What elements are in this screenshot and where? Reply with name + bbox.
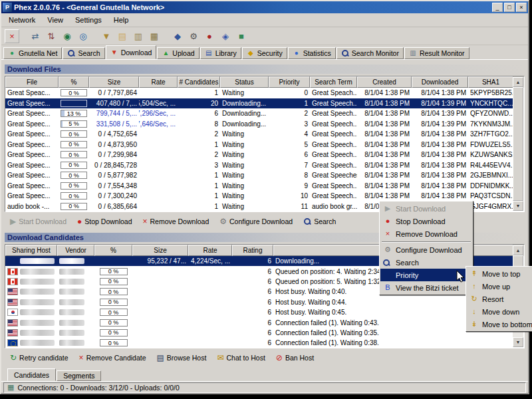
tab-candidates[interactable]: Candidates <box>7 368 56 381</box>
tab-result-monitor[interactable]: ▥ Result Monitor <box>404 47 469 59</box>
close-button[interactable]: × <box>516 3 527 12</box>
disconnect-network-icon[interactable]: × <box>5 29 19 43</box>
column-header[interactable]: Rating <box>232 245 273 256</box>
download-row[interactable]: Great Speac... 0 % 0 / 7,797,864 1 Waiti… <box>5 88 513 98</box>
menu-item[interactable]: Settings <box>69 14 108 26</box>
minimize-button[interactable]: _ <box>492 3 503 12</box>
browse-host-button[interactable]: ▤ Browse Host <box>157 354 207 362</box>
stop-download-button[interactable]: ● Stop Download <box>77 217 132 225</box>
connect-host-icon[interactable]: ⇄ <box>28 29 43 43</box>
column-header[interactable]: Rate <box>188 245 232 256</box>
download-row[interactable]: Great Speec... 0 % 0 / 4,873,950 1 Waiti… <box>5 140 513 150</box>
menu-configure-download[interactable]: ⚙ Configure Download <box>380 243 472 256</box>
column-header[interactable]: Size <box>89 76 139 88</box>
column-header[interactable]: Status <box>220 76 269 88</box>
column-header[interactable]: % <box>94 245 132 256</box>
tab-download[interactable]: ▼ Download <box>106 45 157 59</box>
file-cell: audio book -... <box>5 201 59 212</box>
tab-search[interactable]: Search <box>63 47 104 59</box>
file-cell: Great Speec... <box>5 150 59 160</box>
scroll-down-icon[interactable]: ▼ <box>513 337 523 347</box>
download-row[interactable]: Great Speec... 0 % 0 / 7,300,240 1 Waiti… <box>5 191 513 201</box>
statistics-icon[interactable]: ◆ <box>170 29 185 43</box>
configure-download-button[interactable]: ⚙ Configure Download <box>219 217 293 225</box>
tab-gnutella-net[interactable]: ● Gnutella Net <box>3 47 62 59</box>
scroll-up-icon[interactable]: ▲ <box>513 77 523 87</box>
download-row[interactable]: Great Speec... 407,480 / 7,... 5,504/Sec… <box>5 98 513 109</box>
column-header[interactable]: Downloaded <box>412 76 468 88</box>
column-header[interactable]: Vendor <box>57 245 94 256</box>
candidate-row[interactable]: 0 % 6 Host busy. Waiting 0:45. <box>5 307 513 317</box>
open-file-icon[interactable]: ▤ <box>115 29 130 43</box>
tab-statistics[interactable]: ● Statistics <box>288 47 336 59</box>
menu-move-down[interactable]: ↓ Move down <box>467 305 532 318</box>
menu-resort[interactable]: ↻ Resort <box>467 293 532 305</box>
remove-download-button[interactable]: × Remove Download <box>143 217 209 225</box>
column-header[interactable]: Sharing Host <box>5 245 57 256</box>
search-button[interactable]: Search <box>303 217 336 225</box>
column-header[interactable]: Size <box>132 245 188 256</box>
menu-move-to-bottom[interactable]: ↡ Move to bottom <box>467 318 532 331</box>
stop-icon[interactable]: ● <box>202 29 217 43</box>
column-header[interactable]: Created <box>357 76 412 88</box>
remove-candidate-button[interactable]: × Remove Candidate <box>79 354 146 362</box>
tab-library[interactable]: ▤ Library <box>200 47 241 59</box>
column-header[interactable]: % <box>59 76 89 88</box>
maximize-button[interactable]: □ <box>504 3 515 12</box>
candidate-row[interactable]: 0 % 6 Connection failed (1). Waiting 0:3… <box>5 328 513 338</box>
tab-upload[interactable]: ▲ Upload <box>157 47 199 59</box>
column-header[interactable]: SHA1 <box>468 76 513 88</box>
menu-item-icon <box>382 259 393 267</box>
ban-host-button[interactable]: ⊘ Ban Host <box>276 354 314 362</box>
menu-move-up[interactable]: ↑ Move up <box>467 280 532 293</box>
menu-start-download[interactable]: ▶ Start Download <box>380 202 472 215</box>
column-header[interactable]: Priority <box>269 76 310 88</box>
menu-item[interactable]: Help <box>108 14 135 26</box>
download-row[interactable]: Great Speec... 0 % 0 / 5,877,982 1 Waiti… <box>5 170 513 181</box>
column-header[interactable]: File <box>5 76 59 88</box>
tab-security[interactable]: ◆ Security <box>242 47 287 59</box>
browse-network-icon[interactable]: ◎ <box>76 29 90 43</box>
download-row[interactable]: Great Speec... 13 % 799,744 / 5,... 7,29… <box>5 108 513 119</box>
rate-cell <box>139 181 178 192</box>
tab-segments[interactable]: Segments <box>57 370 101 381</box>
gnutella-network-icon[interactable]: ◉ <box>60 29 74 43</box>
download-row[interactable]: Great Speec... 0 % 0 / 7,299,984 2 Waiti… <box>5 150 513 160</box>
download-row[interactable]: Great Speec... 5 % 331,508 / 5,... 7,646… <box>5 119 513 130</box>
menu-remove-download[interactable]: × Remove Download <box>380 227 472 240</box>
settings-icon[interactable]: ⚙ <box>186 29 201 43</box>
candidate-row[interactable]: 0 % 6 Connection failed (1). Waiting 0:4… <box>5 317 513 327</box>
scroll-up-icon[interactable]: ▲ <box>513 245 523 255</box>
retry-candidate-button[interactable]: ↻ Retry candidate <box>10 354 68 362</box>
menu-move-to-top[interactable]: ↟ Move to top <box>467 267 532 280</box>
download-row[interactable]: Great Speec... 0 % 0 / 4,752,654 2 Waiti… <box>5 129 513 140</box>
disconnect-host-icon[interactable]: ⇅ <box>44 29 59 43</box>
progress-bar: 0 % <box>100 299 128 306</box>
menu-item-label: Configure Download <box>393 246 464 254</box>
column-header[interactable]: Rate <box>139 76 178 88</box>
toolbar-separator[interactable] <box>92 29 98 43</box>
rescan-library-icon[interactable]: ▥ <box>131 29 146 43</box>
column-header[interactable]: # Candidates <box>178 76 220 88</box>
help-icon[interactable]: ◈ <box>218 29 233 43</box>
toolbar-separator[interactable] <box>163 29 169 43</box>
download-row[interactable]: Great Speec... 0 % 0 / 7,554,348 1 Waiti… <box>5 181 513 192</box>
candidate-row[interactable]: 0 % 6 Connection failed (1). Waiting 0:3… <box>5 338 513 348</box>
new-download-icon[interactable]: ▼ <box>99 29 114 43</box>
menu-item[interactable]: Network <box>3 14 41 26</box>
percent-cell <box>59 98 89 109</box>
scroll-down-icon[interactable]: ▼ <box>513 201 523 211</box>
column-header[interactable]: Search Term <box>310 76 357 88</box>
candidate-row[interactable]: 0 % 6 Host busy. Waiting 0:44. <box>5 297 513 307</box>
about-icon[interactable]: ■ <box>234 29 249 43</box>
chat-to-host-button[interactable]: ✉ Chat to Host <box>217 354 265 362</box>
start-download-button[interactable]: ▶ Start Download <box>10 217 66 225</box>
menu-stop-download[interactable]: ● Stop Download <box>380 215 472 227</box>
menu-item[interactable]: View <box>41 14 69 26</box>
scrollbar-thumb[interactable] <box>513 87 523 201</box>
toolbar-separator[interactable] <box>21 29 27 43</box>
filter-icon[interactable]: ▦ <box>147 29 162 43</box>
menu-search[interactable]: Search <box>380 256 472 269</box>
tab-search-monitor[interactable]: Search Monitor <box>336 47 404 59</box>
download-row[interactable]: Great Speec... 0 % 0 / 28,845,728 3 Wait… <box>5 160 513 171</box>
